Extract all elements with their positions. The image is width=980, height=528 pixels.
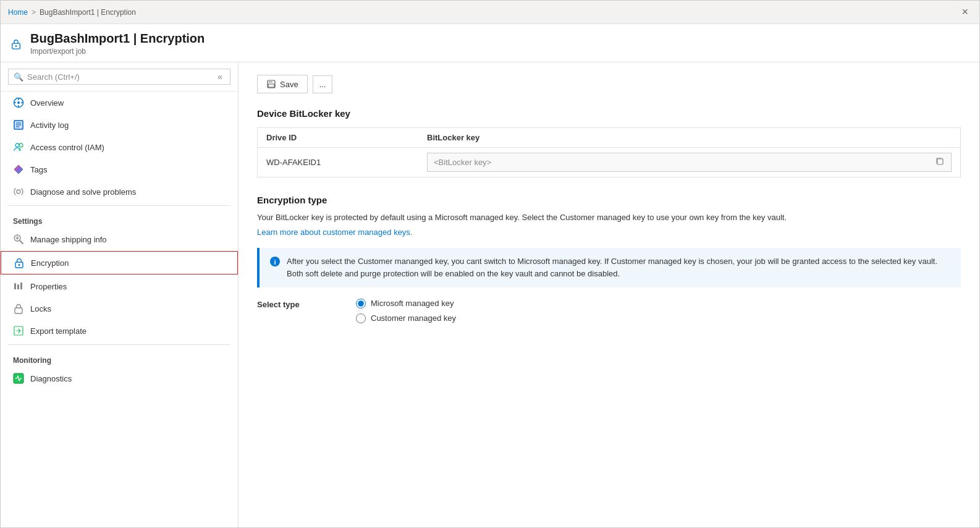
diagnostics-icon (13, 373, 24, 384)
svg-rect-23 (17, 284, 19, 289)
page-subtitle: Import/export job (30, 47, 205, 56)
sidebar-item-encryption[interactable]: Encryption (1, 251, 238, 275)
radio-customer[interactable]: Customer managed key (356, 313, 456, 323)
collapse-button[interactable]: « (215, 72, 225, 82)
sidebar-item-manage-shipping-label: Manage shipping info (30, 235, 107, 244)
properties-icon (13, 281, 24, 292)
settings-divider (8, 205, 230, 206)
search-box: 🔍 « (1, 62, 238, 92)
save-button[interactable]: Save (257, 75, 308, 93)
sidebar-item-diagnose-label: Diagnose and solve problems (30, 187, 136, 197)
table-header: Drive ID BitLocker key (258, 128, 960, 148)
svg-point-3 (17, 101, 20, 104)
col-bitlocker: BitLocker key (418, 128, 960, 147)
locks-icon (13, 303, 24, 314)
breadcrumb-separator: > (32, 8, 36, 17)
sidebar-item-diagnose[interactable]: Diagnose and solve problems (1, 181, 238, 203)
title-text: BugBashImport1 | Encryption Import/expor… (30, 32, 205, 56)
svg-point-16 (17, 190, 20, 194)
sidebar-item-diagnostics-label: Diagnostics (30, 374, 72, 383)
bitlocker-section-title: Device BitLocker key (257, 108, 961, 119)
sidebar-item-activity-log[interactable]: Activity log (1, 114, 238, 136)
info-message: After you select the Customer mananged k… (287, 255, 951, 280)
monitoring-divider (8, 344, 230, 345)
col-drive-id: Drive ID (258, 128, 418, 147)
encryption-type-section: Encryption type Your BitLocker key is pr… (257, 195, 961, 323)
content-area: Save ... Device BitLocker key Drive ID B… (239, 62, 979, 527)
sidebar-item-properties-label: Properties (30, 282, 67, 291)
search-input[interactable] (27, 72, 211, 82)
topbar: Home > BugBashImport1 | Encryption × (1, 1, 979, 24)
table-row: WD-AFAKEID1 <BitLocker key> (258, 148, 960, 177)
encryption-icon (14, 257, 25, 268)
svg-point-1 (15, 45, 17, 47)
sidebar-item-encryption-label: Encryption (31, 258, 69, 268)
encryption-type-description: Your BitLocker key is protected by defau… (257, 211, 961, 224)
radio-group: Microsoft managed key Customer managed k… (356, 299, 456, 323)
learn-more-link[interactable]: Learn more about customer managed keys. (257, 228, 412, 237)
export-template-icon (13, 325, 24, 336)
bitlocker-placeholder: <BitLocker key> (434, 158, 930, 167)
select-type-label: Select type (257, 299, 356, 309)
bitlocker-section: Device BitLocker key Drive ID BitLocker … (257, 108, 961, 177)
bitlocker-input-box: <BitLocker key> (427, 153, 952, 172)
monitoring-section-label: Monitoring (1, 347, 238, 367)
sidebar-item-overview-label: Overview (30, 98, 64, 108)
svg-rect-31 (937, 159, 943, 164)
svg-point-21 (19, 264, 20, 266)
radio-microsoft-label: Microsoft managed key (371, 299, 454, 308)
settings-section-label: Settings (1, 208, 238, 228)
sidebar-item-locks-label: Locks (30, 304, 51, 313)
shipping-icon (13, 234, 24, 245)
search-icon: 🔍 (14, 72, 23, 82)
breadcrumb-home[interactable]: Home (8, 8, 28, 17)
diagnose-icon (13, 186, 24, 197)
svg-rect-24 (20, 283, 22, 289)
copy-bitlocker-button[interactable] (935, 156, 945, 168)
svg-marker-15 (14, 165, 23, 174)
sidebar-item-activity-log-label: Activity log (30, 121, 69, 130)
breadcrumb: Home > BugBashImport1 | Encryption (8, 8, 136, 17)
sidebar-item-export-template-label: Export template (30, 326, 87, 336)
save-icon (266, 79, 276, 89)
sidebar-item-iam-label: Access control (IAM) (30, 143, 104, 152)
save-label: Save (280, 80, 298, 89)
radio-microsoft-input[interactable] (356, 299, 366, 309)
bitlocker-table: Drive ID BitLocker key WD-AFAKEID1 <BitL… (257, 127, 961, 177)
sidebar-item-manage-shipping[interactable]: Manage shipping info (1, 228, 238, 250)
info-icon: i (269, 256, 281, 270)
page-title: BugBashImport1 | Encryption (30, 32, 205, 46)
svg-point-13 (19, 143, 23, 147)
sidebar-item-iam[interactable]: Access control (IAM) (1, 136, 238, 158)
sidebar-item-locks[interactable]: Locks (1, 297, 238, 320)
encryption-type-title: Encryption type (257, 195, 961, 205)
main-area: 🔍 « Overview (1, 62, 979, 527)
iam-icon (13, 142, 24, 153)
drive-id-value: WD-AFAKEID1 (258, 153, 418, 172)
titlebar: BugBashImport1 | Encryption Import/expor… (1, 24, 979, 62)
svg-rect-29 (269, 80, 272, 83)
info-box: i After you select the Customer mananged… (257, 248, 961, 287)
close-button[interactable]: × (958, 4, 972, 20)
sidebar-item-diagnostics[interactable]: Diagnostics (1, 367, 238, 390)
radio-microsoft[interactable]: Microsoft managed key (356, 299, 456, 309)
activity-log-icon (13, 119, 24, 130)
sidebar-item-properties[interactable]: Properties (1, 275, 238, 297)
more-button[interactable]: ... (313, 75, 333, 93)
tags-icon (13, 164, 24, 175)
svg-rect-22 (14, 283, 16, 289)
sidebar-item-tags-label: Tags (30, 165, 47, 174)
svg-rect-30 (268, 84, 274, 87)
sidebar-item-export-template[interactable]: Export template (1, 320, 238, 342)
toolbar: Save ... (257, 75, 961, 93)
radio-customer-input[interactable] (356, 313, 366, 323)
svg-point-12 (15, 143, 19, 147)
svg-rect-25 (15, 308, 22, 313)
overview-icon (13, 97, 24, 108)
lock-icon (11, 34, 22, 54)
sidebar-item-tags[interactable]: Tags (1, 158, 238, 181)
select-type-row: Select type Microsoft managed key Custom… (257, 299, 961, 323)
sidebar-item-overview[interactable]: Overview (1, 92, 238, 114)
sidebar: 🔍 « Overview (1, 62, 239, 527)
svg-text:i: i (274, 258, 276, 265)
